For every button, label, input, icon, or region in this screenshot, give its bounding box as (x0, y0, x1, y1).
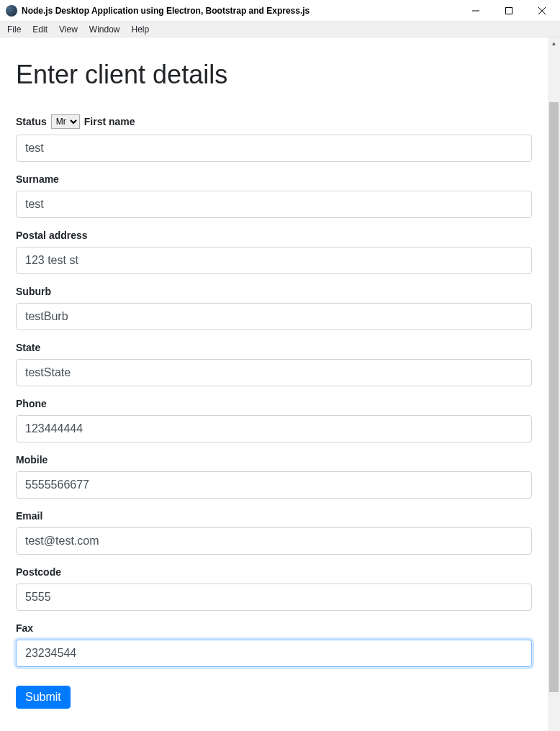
form-group-postal: Postal address (16, 230, 532, 274)
form-group-postcode: Postcode (16, 566, 532, 611)
form-group-fax: Fax (16, 622, 532, 667)
maximize-button[interactable] (492, 0, 525, 21)
vertical-scrollbar[interactable]: ▲ (548, 37, 560, 731)
close-icon (538, 7, 546, 14)
fax-label: Fax (16, 622, 33, 634)
form-group-email: Email (16, 510, 532, 555)
email-input[interactable] (16, 527, 532, 555)
menu-help[interactable]: Help (126, 23, 155, 36)
firstname-input[interactable] (16, 135, 532, 162)
phone-label: Phone (16, 398, 47, 409)
form-group-phone: Phone (16, 398, 532, 442)
suburb-label: Suburb (16, 286, 51, 297)
scroll-up-arrow-icon[interactable]: ▲ (548, 37, 560, 50)
form-group-state: State (16, 342, 532, 386)
form-group-suburb: Suburb (16, 286, 532, 330)
postal-label: Postal address (16, 230, 88, 241)
postcode-label: Postcode (16, 566, 61, 578)
phone-input[interactable] (16, 415, 532, 442)
minimize-button[interactable] (459, 0, 492, 21)
form-group-surname: Surname (16, 173, 532, 218)
status-firstname-row: Status Mr First name (16, 114, 532, 129)
status-label: Status (16, 116, 47, 127)
page-title: Enter client details (16, 59, 532, 90)
menubar: File Edit View Window Help (0, 22, 560, 37)
content-viewport: Enter client details Status Mr First nam… (0, 37, 560, 731)
minimize-icon (472, 7, 479, 14)
maximize-icon (505, 7, 512, 14)
scrollbar-thumb[interactable] (549, 102, 559, 692)
fax-input[interactable] (16, 640, 532, 667)
postal-input[interactable] (16, 247, 532, 274)
email-label: Email (16, 510, 42, 522)
state-label: State (16, 342, 40, 353)
window-title: Node.js Desktop Application using Electr… (22, 6, 459, 16)
menu-window[interactable]: Window (83, 23, 126, 36)
menu-edit[interactable]: Edit (27, 23, 53, 36)
form-group-firstname: Status Mr First name (16, 114, 532, 162)
status-select[interactable]: Mr (51, 114, 80, 129)
menu-view[interactable]: View (53, 23, 83, 36)
close-button[interactable] (525, 0, 559, 21)
window-titlebar: Node.js Desktop Application using Electr… (0, 0, 560, 22)
page-content: Enter client details Status Mr First nam… (0, 37, 548, 730)
app-icon (6, 5, 17, 17)
suburb-input[interactable] (16, 303, 532, 330)
svg-rect-1 (506, 7, 512, 14)
firstname-label: First name (84, 116, 135, 127)
menu-file[interactable]: File (1, 23, 27, 36)
window-controls (459, 0, 559, 21)
form-group-mobile: Mobile (16, 454, 532, 499)
mobile-input[interactable] (16, 471, 532, 499)
submit-button[interactable]: Submit (16, 686, 71, 709)
postcode-input[interactable] (16, 584, 532, 611)
state-input[interactable] (16, 359, 532, 386)
surname-label: Surname (16, 173, 59, 185)
surname-input[interactable] (16, 191, 532, 218)
mobile-label: Mobile (16, 454, 48, 466)
